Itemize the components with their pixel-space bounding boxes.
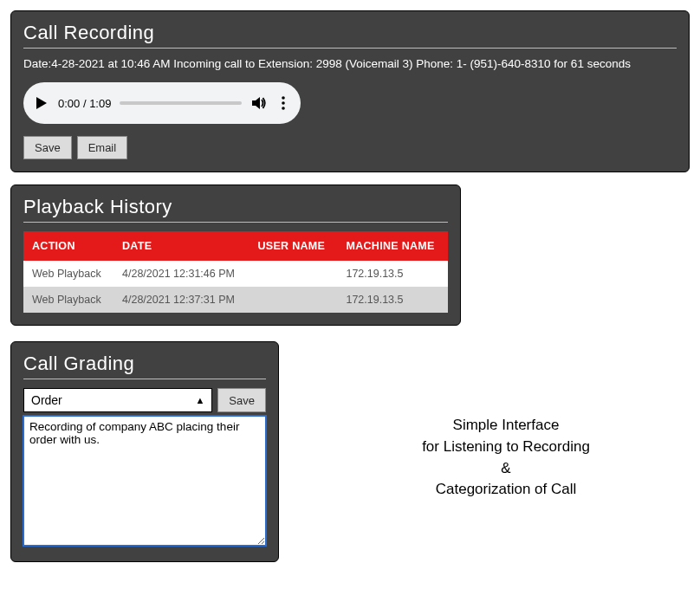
cell-date: 4/28/2021 12:37:31 PM xyxy=(113,287,249,313)
cell-action: Web Playback xyxy=(23,287,113,313)
chevron-up-icon: ▲ xyxy=(195,395,204,405)
caption-line: for Listening to Recording xyxy=(322,437,690,458)
grading-controls-row: Order ▲ Save xyxy=(23,388,266,412)
audio-player[interactable]: 0:00 / 1:09 xyxy=(23,82,301,124)
svg-point-3 xyxy=(282,101,285,105)
play-icon[interactable] xyxy=(34,95,49,111)
caption-line: Simple Interface xyxy=(322,415,690,437)
cell-machine: 172.19.13.5 xyxy=(337,287,448,313)
playback-history-title: Playback History xyxy=(23,196,448,218)
col-machine: MACHINE NAME xyxy=(337,231,448,261)
cell-date: 4/28/2021 12:31:46 PM xyxy=(113,261,249,287)
more-options-icon[interactable] xyxy=(276,95,290,111)
svg-point-4 xyxy=(282,107,285,110)
divider xyxy=(23,222,448,223)
cell-user xyxy=(249,261,337,287)
grading-notes-textarea[interactable] xyxy=(23,416,266,546)
volume-icon[interactable] xyxy=(250,94,268,112)
category-select[interactable]: Order ▲ xyxy=(23,388,212,412)
table-row: Web Playback4/28/2021 12:31:46 PM172.19.… xyxy=(23,261,448,287)
cell-action: Web Playback xyxy=(23,261,113,287)
playback-history-table: ACTION DATE USER NAME MACHINE NAME Web P… xyxy=(23,231,448,313)
svg-marker-0 xyxy=(36,97,47,109)
divider xyxy=(23,379,266,379)
call-grading-title: Call Grading xyxy=(23,353,266,375)
caption-line: & xyxy=(322,458,690,480)
audio-time-label: 0:00 / 1:09 xyxy=(58,97,111,110)
caption-line: Categorization of Call xyxy=(322,479,690,501)
audio-progress-track[interactable] xyxy=(120,101,242,105)
col-user: USER NAME xyxy=(249,231,337,261)
email-button[interactable]: Email xyxy=(77,136,128,159)
cell-user xyxy=(249,287,337,313)
grading-save-button[interactable]: Save xyxy=(217,388,266,412)
svg-marker-1 xyxy=(252,97,260,109)
playback-history-panel: Playback History ACTION DATE USER NAME M… xyxy=(10,184,461,326)
category-selected-label: Order xyxy=(31,393,62,407)
table-row: Web Playback4/28/2021 12:37:31 PM172.19.… xyxy=(23,287,448,313)
col-date: DATE xyxy=(113,231,249,261)
divider xyxy=(23,48,677,49)
cell-machine: 172.19.13.5 xyxy=(337,261,448,287)
recording-details: Date:4-28-2021 at 10:46 AM Incoming call… xyxy=(23,57,677,70)
call-grading-panel: Call Grading Order ▲ Save xyxy=(10,341,279,562)
marketing-caption: Simple Interface for Listening to Record… xyxy=(322,415,690,501)
recording-button-row: Save Email xyxy=(23,136,677,159)
table-header-row: ACTION DATE USER NAME MACHINE NAME xyxy=(23,231,448,261)
col-action: ACTION xyxy=(23,231,113,261)
call-recording-title: Call Recording xyxy=(23,22,677,44)
save-button[interactable]: Save xyxy=(23,136,72,159)
bottom-row: Call Grading Order ▲ Save Simple Interfa… xyxy=(10,341,690,574)
svg-point-2 xyxy=(282,96,285,100)
call-recording-panel: Call Recording Date:4-28-2021 at 10:46 A… xyxy=(10,10,690,172)
